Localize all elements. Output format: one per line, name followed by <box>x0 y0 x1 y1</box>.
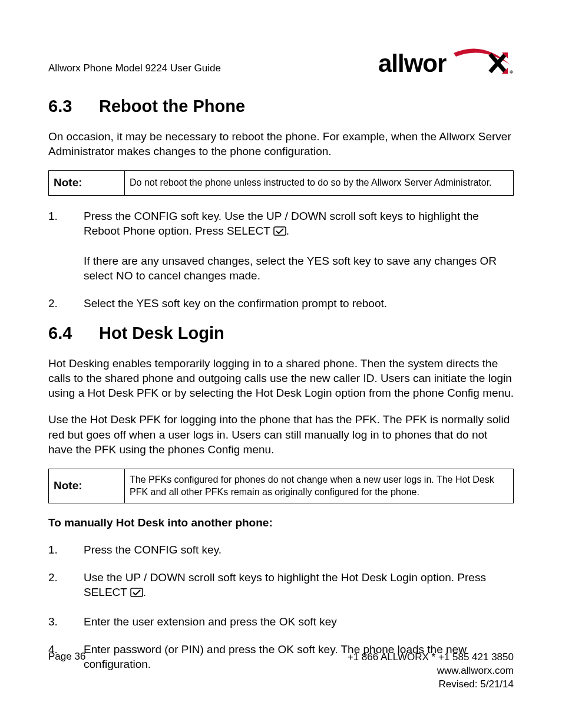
section-title: Reboot the Phone <box>99 97 245 116</box>
footer-url: www.allworx.com <box>348 664 514 678</box>
svg-text:allwor: allwor <box>378 50 447 77</box>
step-2: Use the UP / DOWN scroll soft keys to hi… <box>48 570 514 601</box>
step-text-tail: . <box>143 586 146 598</box>
section-heading-6-4: 6.4Hot Desk Login <box>48 324 514 343</box>
section-6-3-steps: Press the CONFIG soft key. Use the UP / … <box>48 209 514 311</box>
document-page: Allworx Phone Model 9224 User Guide allw… <box>0 0 562 728</box>
page-number: Page 36 <box>48 651 85 663</box>
note-label: Note: <box>49 171 125 196</box>
note-box: Note: Do not reboot the phone unless ins… <box>48 170 514 196</box>
page-header: Allworx Phone Model 9224 User Guide allw… <box>48 47 514 77</box>
note-text: Do not reboot the phone unless instructe… <box>125 171 514 196</box>
section-title: Hot Desk Login <box>99 324 224 342</box>
note-text: The PFKs configured for phones do not ch… <box>125 469 514 503</box>
step-text: Select the YES soft key on the confirmat… <box>84 297 387 309</box>
svg-text:R: R <box>511 71 513 74</box>
step-1: Press the CONFIG soft key. Use the UP / … <box>48 209 514 283</box>
step-2: Select the YES soft key on the confirmat… <box>48 296 514 311</box>
section-heading-6-3: 6.3Reboot the Phone <box>48 97 514 116</box>
note-label: Note: <box>49 469 125 503</box>
footer-revised: Revised: 5/21/14 <box>348 678 514 691</box>
select-icon <box>273 225 286 239</box>
section-6-3-intro: On occasion, it may be necessary to rebo… <box>48 129 514 159</box>
document-title: Allworx Phone Model 9224 User Guide <box>48 62 221 77</box>
section-number: 6.3 <box>48 97 99 116</box>
section-number: 6.4 <box>48 324 99 343</box>
step-3: Enter the user extension and press the O… <box>48 614 514 629</box>
note-box: Note: The PFKs configured for phones do … <box>48 469 514 504</box>
section-6-4-para-2: Use the Hot Desk PFK for logging into th… <box>48 412 514 456</box>
allworx-logo: allwor R <box>378 47 514 77</box>
section-6-4-para-1: Hot Desking enables temporarily logging … <box>48 356 514 400</box>
step-text: Press the CONFIG soft key. <box>84 543 222 556</box>
svg-rect-8 <box>131 588 143 597</box>
step-1: Press the CONFIG soft key. <box>48 542 514 557</box>
footer-contact: +1 866 ALLWORX * +1 585 421 3850 www.all… <box>348 651 514 691</box>
svg-rect-7 <box>274 227 286 235</box>
subheading-hotdesk-manual: To manually Hot Desk into another phone: <box>48 516 514 529</box>
step-text-tail: . <box>286 225 289 237</box>
page-footer: Page 36 +1 866 ALLWORX * +1 585 421 3850… <box>48 651 514 691</box>
step-subtext: If there are any unsaved changes, select… <box>84 253 514 283</box>
select-icon <box>130 586 143 601</box>
footer-phone: +1 866 ALLWORX * +1 585 421 3850 <box>348 651 514 664</box>
step-text: Enter the user extension and press the O… <box>84 615 337 628</box>
